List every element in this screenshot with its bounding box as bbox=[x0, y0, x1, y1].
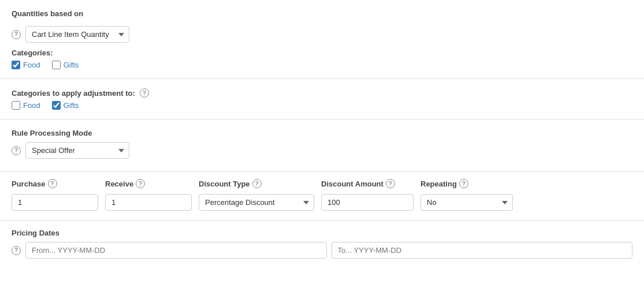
discount-type-select-wrapper: Percentage Discount Fixed Amount Fixed P… bbox=[199, 194, 314, 211]
adjustment-header: Categories to apply adjustment to: ? bbox=[12, 88, 632, 98]
categories-checkboxes: Food Gifts bbox=[12, 61, 632, 69]
quantities-help-icon[interactable]: ? bbox=[12, 30, 21, 39]
discount-type-select[interactable]: Percentage Discount Fixed Amount Fixed P… bbox=[199, 194, 314, 211]
repeating-help-icon[interactable]: ? bbox=[459, 179, 468, 188]
food-label: Food bbox=[23, 61, 40, 69]
purchase-input-wrapper bbox=[12, 194, 98, 211]
gifts-checkbox[interactable] bbox=[52, 61, 61, 69]
adjustment-section: Categories to apply adjustment to: ? Foo… bbox=[0, 79, 644, 120]
receive-input-wrapper bbox=[105, 194, 192, 211]
gifts-label: Gifts bbox=[64, 61, 79, 69]
receive-input[interactable] bbox=[105, 194, 192, 211]
discount-type-header: Discount Type ? bbox=[199, 179, 314, 188]
gifts-checkbox-label[interactable]: Gifts bbox=[52, 61, 79, 69]
to-date-input[interactable] bbox=[332, 242, 633, 259]
from-date-input[interactable] bbox=[25, 242, 327, 259]
adjust-gifts-label: Gifts bbox=[64, 101, 79, 110]
receive-header: Receive ? bbox=[105, 179, 192, 188]
adjustment-label: Categories to apply adjustment to: bbox=[12, 89, 135, 98]
food-checkbox[interactable] bbox=[12, 61, 20, 69]
pricing-dates-label: Pricing Dates bbox=[12, 229, 632, 237]
repeating-select-wrapper: No Yes bbox=[420, 194, 513, 211]
discount-amount-header: Discount Amount ? bbox=[321, 179, 414, 188]
discount-amount-help-icon[interactable]: ? bbox=[386, 179, 395, 188]
purchase-input[interactable] bbox=[12, 194, 98, 211]
repeating-select[interactable]: No Yes bbox=[420, 194, 513, 211]
adjust-food-checkbox-label[interactable]: Food bbox=[12, 101, 40, 110]
adjust-gifts-checkbox[interactable] bbox=[52, 101, 61, 110]
purchase-header: Purchase ? bbox=[12, 179, 98, 188]
discount-amount-input-wrapper bbox=[321, 194, 414, 211]
purchase-help-icon[interactable]: ? bbox=[48, 179, 57, 188]
rule-processing-label: Rule Processing Mode bbox=[12, 129, 632, 137]
rule-processing-dropdown[interactable]: Special Offer Simple Discount Fixed Pric… bbox=[25, 142, 129, 159]
repeating-header: Repeating ? bbox=[420, 179, 513, 188]
adjust-gifts-checkbox-label[interactable]: Gifts bbox=[52, 101, 79, 110]
discount-type-help-icon[interactable]: ? bbox=[252, 179, 262, 188]
table-section: Purchase ? Receive ? Discount Type ? Dis… bbox=[0, 172, 644, 221]
food-checkbox-label[interactable]: Food bbox=[12, 61, 40, 69]
receive-help-icon[interactable]: ? bbox=[136, 179, 145, 188]
quantities-label: Quantities based on bbox=[12, 9, 83, 18]
pricing-dates-inputs: ? bbox=[12, 242, 632, 259]
rule-processing-help-icon[interactable]: ? bbox=[12, 146, 21, 155]
table-row: Percentage Discount Fixed Amount Fixed P… bbox=[12, 194, 632, 211]
rule-processing-section: Rule Processing Mode ? Special Offer Sim… bbox=[0, 120, 644, 172]
adjust-food-checkbox[interactable] bbox=[12, 101, 20, 110]
categories-label: Categories: bbox=[12, 48, 632, 57]
table-header: Purchase ? Receive ? Discount Type ? Dis… bbox=[12, 179, 632, 191]
adjustment-checkboxes: Food Gifts bbox=[12, 101, 632, 110]
discount-amount-input[interactable] bbox=[321, 194, 414, 211]
pricing-dates-help-icon[interactable]: ? bbox=[12, 246, 21, 255]
quantities-section: Quantities based on ? Cart Line Item Qua… bbox=[0, 0, 644, 79]
pricing-dates-section: Pricing Dates ? bbox=[0, 221, 644, 268]
quantities-dropdown[interactable]: Cart Line Item Quantity Cart Total Quant… bbox=[25, 26, 129, 43]
adjustment-help-icon[interactable]: ? bbox=[140, 88, 149, 98]
adjust-food-label: Food bbox=[23, 101, 40, 110]
